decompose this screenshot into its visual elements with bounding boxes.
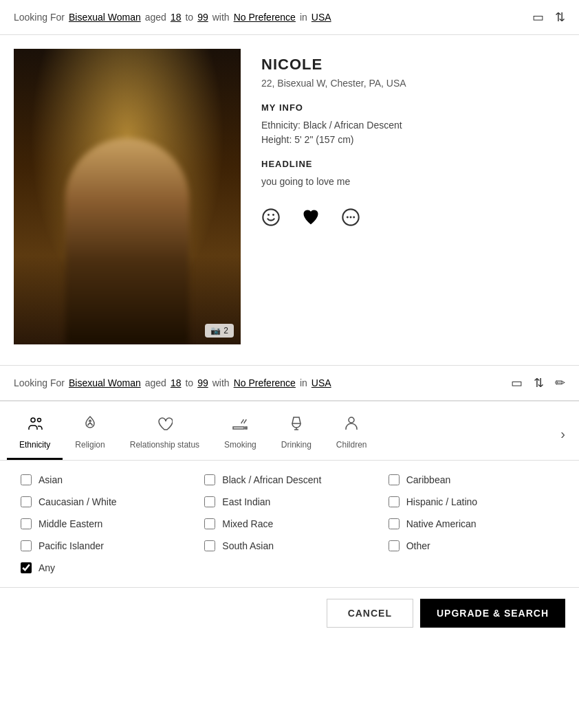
photo-count-number: 2 — [223, 326, 228, 335]
cancel-button[interactable]: CANCEL — [327, 599, 413, 628]
checkbox-native-american-label: Native American — [406, 518, 477, 529]
checkbox-pacific-islander-input[interactable] — [21, 540, 32, 551]
tab-religion[interactable]: Religion — [63, 408, 117, 460]
checkbox-native-american[interactable]: Native American — [389, 518, 558, 529]
bookmark-icon[interactable]: ▭ — [532, 10, 544, 25]
profile-card: 📷 2 NICOLE 22, Bisexual W, Chester, PA, … — [0, 35, 579, 366]
action-icons — [261, 208, 565, 232]
to-label-2: to — [185, 377, 193, 388]
profile-image[interactable] — [14, 49, 241, 344]
checkbox-south-asian-label: South Asian — [222, 540, 274, 551]
preference-filter[interactable]: No Preference — [234, 12, 296, 23]
checkbox-caucasian[interactable]: Caucasian / White — [21, 496, 190, 507]
checkbox-caribbean-input[interactable] — [389, 474, 400, 485]
ethnicity-tab-icon — [27, 415, 43, 436]
tab-ethnicity[interactable]: Ethnicity — [7, 408, 63, 460]
checkbox-south-asian[interactable]: South Asian — [204, 540, 374, 551]
checkbox-asian-label: Asian — [39, 474, 63, 485]
checkbox-asian[interactable]: Asian — [21, 474, 190, 485]
tab-smoking[interactable]: Smoking — [212, 408, 269, 460]
relationship-tab-icon — [156, 415, 173, 436]
children-tab-icon — [343, 415, 360, 436]
checkbox-south-asian-input[interactable] — [204, 540, 215, 551]
orientation-filter[interactable]: Bisexual Woman — [69, 12, 141, 23]
profile-height: Height: 5' 2" (157 cm) — [261, 134, 565, 145]
smoking-tab-icon — [232, 415, 248, 436]
religion-tab-icon — [82, 415, 98, 436]
tab-religion-label: Religion — [75, 440, 105, 450]
looking-for-label: Looking For — [14, 12, 65, 23]
bookmark-icon-2[interactable]: ▭ — [511, 375, 523, 390]
tab-drinking[interactable]: Drinking — [269, 408, 324, 460]
checkbox-east-indian-input[interactable] — [204, 496, 215, 507]
svg-point-6 — [349, 417, 354, 423]
checkbox-any[interactable]: Any — [21, 562, 190, 573]
svg-point-0 — [263, 209, 278, 225]
checkbox-native-american-input[interactable] — [389, 518, 400, 529]
checkbox-middle-eastern-label: Middle Eastern — [39, 518, 102, 529]
filter-sliders-icon[interactable]: ✏ — [555, 375, 565, 390]
orientation-filter-2[interactable]: Bisexual Woman — [69, 377, 141, 388]
looking-for-label-2: Looking For — [14, 377, 65, 388]
preference-filter-2[interactable]: No Preference — [234, 377, 296, 388]
checkbox-other[interactable]: Other — [389, 540, 558, 551]
aged-label-2: aged — [145, 377, 166, 388]
checkbox-black[interactable]: Black / African Descent — [204, 474, 374, 485]
checkbox-hispanic[interactable]: Hispanic / Latino — [389, 496, 558, 507]
tab-relationship[interactable]: Relationship status — [118, 408, 212, 460]
filter-tab-next-icon[interactable]: › — [554, 419, 572, 449]
tab-smoking-label: Smoking — [224, 440, 256, 450]
headline-text: you going to love me — [261, 176, 565, 187]
with-label: with — [212, 12, 230, 23]
checkbox-any-input[interactable] — [21, 562, 32, 573]
age-min-filter-2[interactable]: 18 — [171, 377, 182, 388]
smile-icon[interactable] — [261, 208, 281, 232]
checkbox-middle-eastern-input[interactable] — [21, 518, 32, 529]
filter-tabs: Ethnicity Religion Relationship status — [0, 401, 579, 461]
tab-children[interactable]: Children — [324, 408, 380, 460]
checkbox-hispanic-input[interactable] — [389, 496, 400, 507]
checkbox-east-indian-label: East Indian — [222, 496, 270, 507]
checkbox-mixed-race-input[interactable] — [204, 518, 215, 529]
checkbox-other-input[interactable] — [389, 540, 400, 551]
profile-figure — [65, 138, 189, 344]
svg-point-5 — [37, 419, 41, 422]
checkbox-any-label: Any — [39, 562, 55, 573]
top-bar-icons: ▭ ⇅ — [532, 10, 565, 25]
age-max-filter-2[interactable]: 99 — [197, 377, 208, 388]
checkbox-pacific-islander[interactable]: Pacific Islander — [21, 540, 190, 551]
checkbox-middle-eastern[interactable]: Middle Eastern — [21, 518, 190, 529]
headline-section: HEADLINE you going to love me — [261, 159, 565, 187]
checkbox-asian-input[interactable] — [21, 474, 32, 485]
second-bar-icons: ▭ ⇅ ✏ — [511, 375, 565, 390]
upgrade-search-button[interactable]: UPGRADE & SEARCH — [420, 599, 565, 628]
location-filter[interactable]: USA — [312, 12, 331, 23]
sort-icon[interactable]: ⇅ — [555, 10, 565, 25]
checkbox-hispanic-label: Hispanic / Latino — [406, 496, 478, 507]
sort-icon-2[interactable]: ⇅ — [534, 375, 544, 390]
tab-children-label: Children — [336, 440, 367, 450]
checkbox-caribbean[interactable]: Caribbean — [389, 474, 558, 485]
to-label: to — [185, 12, 193, 23]
tab-relationship-label: Relationship status — [130, 440, 199, 450]
heart-icon[interactable] — [301, 208, 320, 232]
checkbox-east-indian[interactable]: East Indian — [204, 496, 374, 507]
location-filter-2[interactable]: USA — [312, 377, 331, 388]
ethnicity-checkbox-grid: Asian Black / African Descent Caribbean … — [21, 474, 558, 573]
checkbox-caucasian-label: Caucasian / White — [39, 496, 117, 507]
checkbox-other-label: Other — [406, 540, 430, 551]
svg-point-4 — [31, 418, 35, 422]
checkbox-black-label: Black / African Descent — [222, 474, 321, 485]
checkbox-mixed-race[interactable]: Mixed Race — [204, 518, 374, 529]
age-min-filter[interactable]: 18 — [171, 12, 182, 23]
checkbox-black-input[interactable] — [204, 474, 215, 485]
age-max-filter[interactable]: 99 — [197, 12, 208, 23]
message-icon[interactable] — [341, 208, 360, 232]
second-search-bar: Looking For Bisexual Woman aged 18 to 99… — [0, 366, 579, 401]
checkbox-caucasian-input[interactable] — [21, 496, 32, 507]
photo-count-badge: 📷 2 — [205, 324, 234, 338]
profile-details: 22, Bisexual W, Chester, PA, USA — [261, 78, 565, 89]
my-info-title: MY INFO — [261, 102, 565, 113]
top-search-bar: Looking For Bisexual Woman aged 18 to 99… — [0, 0, 579, 35]
profile-name: NICOLE — [261, 56, 565, 74]
